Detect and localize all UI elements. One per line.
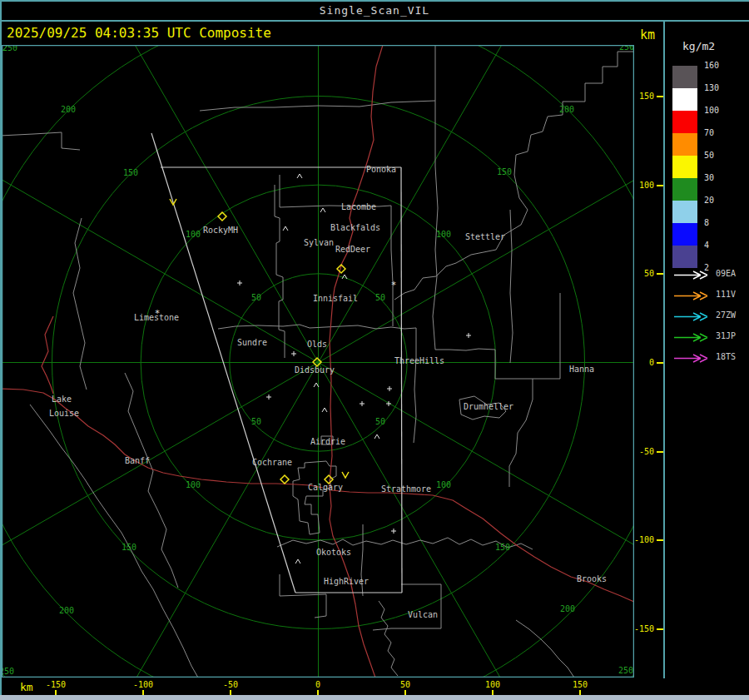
county-boundary — [275, 185, 285, 358]
vil-scale-value-label: 4 — [704, 241, 732, 250]
city-label: Airdrie — [310, 437, 345, 446]
city-label: Banff — [125, 456, 150, 465]
range-ring-label: 250 — [618, 666, 633, 675]
vil-scale-color-box — [672, 223, 697, 246]
bottom-axis-tick-label: -100 — [126, 680, 160, 689]
city-label: Okotoks — [316, 548, 351, 557]
city-label: Vulcan — [408, 610, 438, 619]
range-ring-label: 100 — [186, 480, 201, 489]
vil-scale-value-label: 8 — [704, 218, 732, 227]
range-ring-label: 50 — [251, 417, 261, 426]
vil-scale-color-box — [672, 111, 697, 133]
city-label: Sundre — [237, 338, 267, 347]
vil-scale-color-box — [672, 246, 697, 268]
right-axis-tick-label: -100 — [632, 535, 654, 544]
range-ring-label: 200 — [560, 604, 575, 613]
vil-scale-color-box — [672, 133, 697, 156]
county-boundary — [433, 45, 438, 350]
vil-scale-value-label: 130 — [704, 83, 732, 92]
town-caret-marker — [322, 408, 327, 412]
vil-scale-value-label: 30 — [704, 173, 732, 182]
window-bottom-bar — [0, 695, 749, 700]
storm-track-row: 111V — [672, 289, 747, 300]
color-scale-unit-label: kg/m2 — [682, 40, 742, 52]
vil-scale-value-label: 70 — [704, 128, 732, 137]
storm-track-arrow-icon — [672, 311, 712, 322]
bottom-axis-tick-label: 50 — [389, 680, 422, 689]
bottom-axis-tick-label: -150 — [39, 680, 72, 689]
county-boundary — [379, 601, 398, 676]
county-boundary — [218, 325, 416, 329]
radar-map-canvas[interactable]: 5050505010010010010015015015015020020020… — [2, 45, 634, 678]
vil-scale-color-box — [672, 88, 697, 111]
range-ring-label: 100 — [436, 480, 451, 489]
storm-track-row: 27ZW — [672, 310, 747, 321]
storm-track-arrow-icon — [672, 270, 712, 280]
county-boundary — [394, 52, 634, 300]
county-boundary — [293, 461, 336, 534]
range-ring-label: 150 — [122, 543, 136, 552]
city-label: Ponoka — [366, 165, 396, 174]
bottom-axis-unit-label: km — [20, 681, 33, 693]
storm-track-id-label: 31JP — [716, 331, 736, 340]
city-label: Lake — [52, 395, 72, 404]
town-star-marker: * — [391, 280, 397, 290]
county-boundary — [510, 210, 513, 363]
storm-track-arrow-icon — [672, 332, 712, 343]
city-label: Louise — [49, 409, 79, 418]
window-title-bar[interactable]: Single_Scan_VIL — [0, 2, 749, 20]
vil-scale-color-box — [672, 66, 697, 88]
county-boundary — [125, 373, 178, 588]
radar-map-svg[interactable]: 5050505010010010010015015015015020020020… — [2, 45, 634, 678]
range-ring-label: 150 — [497, 167, 512, 176]
scan-sector-outline — [401, 167, 402, 593]
city-label: RedDeer — [335, 245, 370, 254]
vil-scale-color-box — [672, 201, 697, 223]
range-ring-label: 150 — [495, 543, 510, 552]
storm-track-id-label: 27ZW — [716, 310, 736, 320]
city-label: Olds — [307, 340, 327, 349]
storm-track-arrow-icon — [672, 353, 712, 364]
vil-scale-value-label: 50 — [704, 151, 732, 160]
town-plus-marker — [360, 401, 365, 406]
city-label: Stettler — [465, 232, 505, 241]
city-label: Innisfail — [313, 294, 358, 303]
vil-scale-color-box — [672, 156, 697, 178]
range-ring-label: 200 — [59, 606, 74, 615]
vil-scale-value-label: 20 — [704, 196, 732, 205]
town-caret-marker — [374, 434, 379, 439]
highway-line — [42, 316, 53, 394]
city-label: Hanna — [569, 365, 594, 374]
county-boundary — [30, 405, 198, 678]
vil-scale-value-label: 100 — [704, 106, 732, 115]
vil-scale-value-label: 160 — [704, 61, 732, 70]
city-label: Cochrane — [252, 458, 292, 467]
city-label: Didsbury — [295, 365, 335, 375]
bottom-axis-tick-label: 100 — [476, 680, 509, 689]
bottom-axis-tick-label: 0 — [301, 680, 335, 689]
range-ring-label: 50 — [375, 417, 385, 426]
right-axis-tick-label: -50 — [632, 447, 654, 456]
range-ring-label: 100 — [186, 230, 201, 239]
storm-track-row: 09EA — [672, 268, 747, 280]
title-divider — [0, 20, 749, 22]
county-boundary — [533, 293, 560, 379]
range-ring-label: 100 — [436, 230, 451, 239]
scan-datetime-label: 2025/09/25 04:03:35 UTC Composite — [7, 25, 271, 41]
town-plus-marker — [391, 529, 396, 534]
range-ring-label: 200 — [559, 105, 574, 114]
right-axis-tick-label: 150 — [632, 92, 654, 101]
right-axis-tick-label: 100 — [632, 181, 654, 190]
county-boundary — [414, 328, 416, 443]
highway-line — [331, 490, 634, 602]
city-label: ThreeHills — [394, 356, 444, 365]
bottom-axis-tick-label: 150 — [563, 680, 597, 689]
range-ring-label: 200 — [61, 105, 76, 114]
town-caret-marker — [320, 208, 325, 212]
vil-scale-color-box — [672, 178, 697, 201]
range-ring-label: 150 — [123, 168, 138, 177]
town-plus-marker — [237, 280, 242, 285]
city-label: Drumheller — [464, 402, 513, 411]
storm-track-id-label: 111V — [716, 290, 736, 299]
right-axis-tick-label: -150 — [632, 624, 654, 633]
